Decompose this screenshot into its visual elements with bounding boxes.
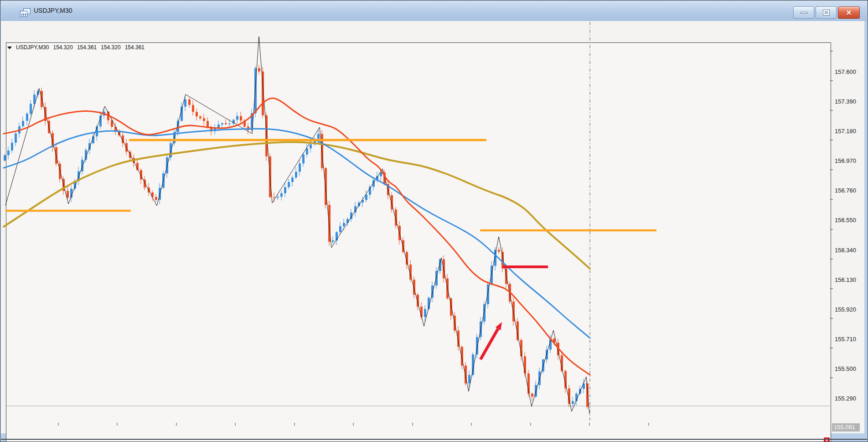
ohlc-open: 154.320 [53,44,72,51]
frame-bottom-line [1,439,867,440]
ohlc-low: 154.320 [101,44,120,51]
close-button[interactable]: ✕ [838,6,860,19]
chart-client-area: USDJPY,M30154.320154.361154.320154.361 1… [1,21,864,433]
price-tick-label: 155.710 [835,336,856,343]
price-tick-label: 157.600 [835,68,856,75]
ohlc-symbol: USDJPY,M30 [16,44,49,51]
window-controls: ✕ [793,6,860,19]
price-tick-label: 155.290 [835,395,856,402]
price-tick-label: 156.970 [835,157,856,164]
chart-icon-bars [21,13,26,16]
one-click-trading-plus-button[interactable]: + [824,437,830,442]
bid-price-badge: 155.091 [832,423,860,432]
ohlc-high: 154.361 [77,44,97,51]
collapse-triangle-icon [7,47,12,49]
mt4-chart-window: USDJPY,M30 ✕ USDJPY,M30154.320154.361154… [0,0,868,442]
price-tick-label: 157.180 [835,128,856,135]
price-tick-label: 156.340 [835,247,856,254]
chart-icon-front-pane [20,11,27,17]
ohlc-header[interactable]: USDJPY,M30154.320154.361154.320154.361 [7,44,145,51]
title-bar[interactable]: USDJPY,M30 ✕ [1,1,867,21]
price-tick-label: 156.760 [835,187,856,194]
minimize-button[interactable] [793,6,814,19]
chart-plot[interactable] [6,42,831,442]
price-tick-label: 155.920 [835,306,856,313]
close-icon: ✕ [846,9,852,16]
price-tick-label: 156.550 [835,217,856,224]
price-tick-label: 155.500 [835,365,856,372]
chart-window-icon [20,8,31,18]
price-tick-label: 156.130 [835,276,856,283]
price-axis[interactable]: 157.600157.390157.180156.970156.760156.5… [832,43,864,442]
minimize-icon [801,12,807,14]
maximize-button[interactable] [816,6,837,19]
price-tick-label: 157.390 [835,98,856,105]
maximize-icon [823,10,829,15]
window-title: USDJPY,M30 [34,7,72,14]
ohlc-close: 154.361 [125,44,145,51]
